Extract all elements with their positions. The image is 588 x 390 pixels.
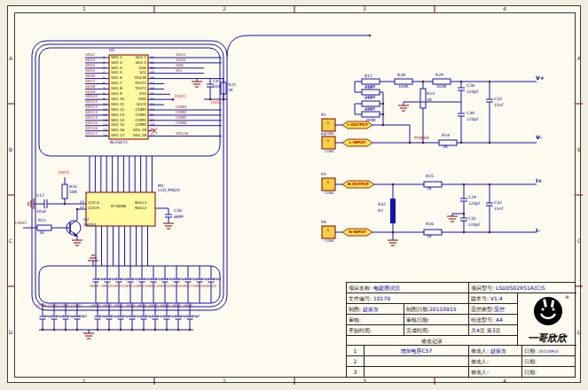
value-label[interactable]: 220pf <box>468 223 480 228</box>
value-label[interactable]: 1K <box>228 89 233 93</box>
ref-designator[interactable]: R29 <box>435 74 443 78</box>
ref-designator[interactable]: C34 <box>174 209 182 214</box>
net-label[interactable]: LIGHT <box>15 222 27 226</box>
value-label[interactable]: 10uF <box>36 210 46 214</box>
value-label[interactable]: 1K <box>427 98 432 103</box>
value-label[interactable]: 1K <box>443 145 448 150</box>
ref-designator[interactable]: C33 <box>494 98 502 102</box>
net-label[interactable]: SEG19 <box>205 285 216 288</box>
value-label[interactable]: 68pf <box>180 315 188 318</box>
ref-designator[interactable]: R20 <box>365 108 372 113</box>
value-label[interactable]: 68pf <box>155 277 163 281</box>
net-label[interactable]: COM3 <box>36 304 46 308</box>
rail-label[interactable]: I+ <box>536 178 542 183</box>
value-label[interactable]: 15nf <box>494 207 503 212</box>
value-label[interactable]: 100K <box>436 85 447 90</box>
value-label[interactable]: 1K <box>39 231 44 236</box>
value-label[interactable]: 68pf <box>167 277 175 281</box>
rail-label[interactable]: V+ <box>536 75 545 81</box>
value-label[interactable]: 68pf <box>145 315 153 318</box>
value-label[interactable]: 68PF <box>174 215 184 220</box>
value-label[interactable]: 1K <box>427 187 432 191</box>
value-label[interactable]: 1K <box>427 235 432 239</box>
port-flag-label[interactable]: N-INPUT <box>349 230 366 234</box>
ref-designator[interactable]: R19 <box>365 97 372 101</box>
ref-designator[interactable]: R15 <box>426 175 434 179</box>
value-label[interactable]: S8050 <box>83 223 96 228</box>
ref-designator[interactable]: R21 <box>228 83 236 88</box>
net-label[interactable]: POWER <box>414 136 429 141</box>
ref-designator[interactable]: LCD_PIN20 <box>158 189 180 193</box>
value-label[interactable]: 10R <box>69 191 77 195</box>
value-label[interactable]: 68pf <box>157 315 165 318</box>
ref-designator[interactable]: C17 <box>36 194 44 199</box>
ref-designator[interactable]: P3 <box>321 173 326 177</box>
ref-designator[interactable]: R17 <box>365 74 372 79</box>
net-label[interactable]: SEG6 <box>161 304 169 308</box>
ref-designator[interactable]: R13 <box>427 92 435 97</box>
net-label[interactable]: SEG7 <box>172 304 181 308</box>
ref-designator[interactable]: P2 <box>321 133 326 137</box>
value-label[interactable]: 68pf <box>144 277 152 281</box>
value-label[interactable]: 68pf <box>44 315 52 318</box>
value-label[interactable]: 15nf <box>494 104 503 108</box>
net-label[interactable]: SEG3 <box>126 304 135 308</box>
net-label[interactable]: SEG10 <box>101 285 113 288</box>
value-label[interactable]: 68pf <box>56 315 64 318</box>
ref-designator[interactable]: C29 <box>468 196 476 200</box>
rail-label[interactable]: I- <box>536 228 540 233</box>
net-label[interactable]: SEG13 <box>136 285 147 288</box>
value-label[interactable]: 220pf <box>466 118 478 122</box>
port-flag-label[interactable]: L-OUTPUT <box>347 123 368 127</box>
value-label[interactable]: 220pf <box>468 202 480 207</box>
value-label[interactable]: 68pf <box>99 315 107 318</box>
ref-designator[interactable]: R16 <box>426 222 434 227</box>
value-label[interactable]: 68pf <box>121 277 129 281</box>
net-label[interactable]: SEG1 <box>103 304 112 308</box>
net-label[interactable]: SEG18 <box>193 285 205 288</box>
ref-designator[interactable]: C28 <box>466 84 474 89</box>
ref-designator[interactable]: P1 <box>321 113 326 118</box>
ref-designator[interactable]: C31 <box>468 217 476 222</box>
value-label[interactable]: 68pf <box>98 277 106 281</box>
port-flag-label[interactable]: L-INPUT <box>349 141 366 144</box>
net-label[interactable]: SEG17 <box>182 285 193 288</box>
net-label[interactable]: SEG16 <box>170 285 182 288</box>
net-label[interactable]: SEG8 <box>184 304 192 308</box>
net-label[interactable]: SEG11 <box>113 285 124 288</box>
value-label[interactable]: 68pf <box>122 315 130 318</box>
value-label[interactable]: 68pf <box>111 315 119 318</box>
ref-designator[interactable]: R31 <box>69 185 77 190</box>
value-label[interactable]: 68pf <box>134 315 142 318</box>
net-label[interactable]: SEG4 <box>137 304 146 308</box>
value-label[interactable]: 68pf <box>79 315 87 318</box>
net-label[interactable]: SEG5 <box>149 304 158 308</box>
ref-designator[interactable]: C32 <box>494 201 502 206</box>
net-label[interactable]: SEG2 <box>114 304 123 308</box>
ref-designator[interactable]: R18 <box>365 86 372 90</box>
value-label[interactable]: 100K <box>398 85 409 90</box>
value-label[interactable]: 220pf <box>466 90 478 95</box>
value-label[interactable]: 68pf <box>109 277 117 281</box>
power-net-label[interactable]: DVCC <box>59 171 70 176</box>
net-label[interactable]: SEG14 <box>147 285 159 288</box>
value-label[interactable]: 68pf <box>192 315 200 318</box>
value-label[interactable]: 68pf <box>178 277 186 281</box>
ref-designator[interactable]: Q2 <box>83 218 89 222</box>
value-label[interactable]: 68pf <box>132 277 140 281</box>
ref-designator[interactable]: P4 <box>321 221 326 225</box>
ref-designator[interactable]: R11 <box>38 219 46 223</box>
net-label[interactable]: COM1 <box>59 304 69 308</box>
ref-designator[interactable]: R32 <box>378 203 386 207</box>
net-label[interactable]: SEG12 <box>124 285 136 288</box>
value-label[interactable]: 68pf <box>201 277 209 281</box>
value-label[interactable]: 68pf <box>190 277 198 281</box>
ref-designator[interactable]: C30 <box>466 112 474 116</box>
net-label[interactable]: SEG15 <box>159 285 170 288</box>
net-label[interactable]: SEG0 <box>91 304 100 308</box>
rail-label[interactable]: V- <box>536 135 542 140</box>
net-label[interactable]: COM2 <box>48 304 58 308</box>
port-flag-label[interactable]: N-OUTPUT <box>348 183 369 186</box>
value-label[interactable]: 68pf <box>213 277 221 281</box>
value-label[interactable]: 68pf <box>169 315 176 318</box>
